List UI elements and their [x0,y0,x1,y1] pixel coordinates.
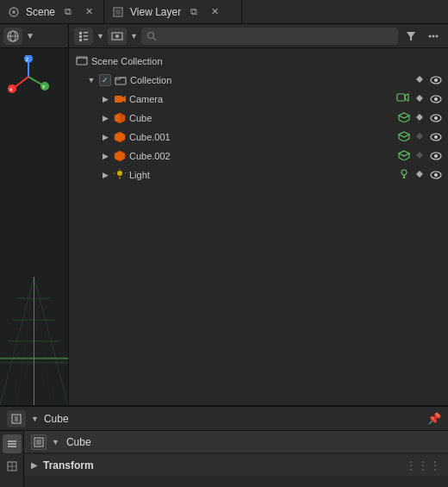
light-label: Light [129,170,392,180]
properties-mode-btn[interactable] [7,410,26,428]
cube001-eye-icon[interactable] [429,130,443,144]
scene-collection-header: Scene Collection [69,52,448,71]
outliner-mode-arrow[interactable]: ▼ [96,32,104,41]
scene-close-btn[interactable]: ✕ [81,4,96,20]
scene-section: Scene ⧉ ✕ [0,0,104,23]
cube-eye-icon[interactable] [429,111,443,125]
cube002-extra-icon [398,150,410,162]
cube002-label: Cube.002 [129,151,392,161]
cube002-eye-icon[interactable] [429,149,443,163]
svg-text:Z: Z [26,57,28,62]
collection-right-icons [413,73,443,87]
light-item[interactable]: ▶ Light [69,165,448,184]
cube002-expand[interactable]: ▶ [100,152,110,160]
pin-icon[interactable]: 📌 [427,412,441,425]
collection-expand[interactable]: ▼ [86,76,96,84]
properties-sidebar [0,431,24,487]
viewport-dropdown-arrow[interactable]: ▼ [26,31,34,41]
cube001-expand[interactable]: ▶ [100,133,110,141]
transform-expand-arrow[interactable]: ▶ [31,460,38,470]
svg-point-80 [434,154,438,158]
svg-point-88 [434,173,438,177]
props-mesh-btn[interactable] [3,457,22,476]
collection-checkbox[interactable]: ✓ [99,74,111,86]
collection-icon [114,73,128,87]
svg-rect-31 [84,39,88,41]
camera-icon [113,92,127,106]
svg-marker-36 [407,32,415,41]
svg-line-10 [14,77,28,88]
cube-expand[interactable]: ▶ [100,114,110,122]
properties-mode-arrow[interactable]: ▼ [31,415,39,423]
light-eye-icon[interactable] [429,168,443,182]
outliner-mode-btn[interactable] [74,28,93,45]
props-object-btn[interactable] [3,434,22,453]
top-header: Scene ⧉ ✕ View Layer ⧉ ✕ [0,0,448,24]
light-expand[interactable]: ▶ [100,171,110,179]
prop-object-header: ▼ Cube [24,431,448,453]
outliner-display-arrow[interactable]: ▼ [130,32,138,41]
svg-line-68 [404,139,409,141]
svg-marker-86 [416,171,423,178]
svg-point-81 [117,171,122,176]
cube001-restrict-icon[interactable] [413,130,426,144]
view-layer-close-btn[interactable]: ✕ [207,4,222,20]
svg-marker-55 [399,113,409,118]
cube-restrict-icon[interactable] [413,111,426,125]
outliner-tree: Scene Collection ▼ ✓ Collection [69,48,448,405]
collection-eye-icon[interactable] [429,73,443,87]
cube-label: Cube [129,113,392,123]
cube002-item[interactable]: ▶ Cube.002 [69,147,448,165]
svg-point-62 [434,116,438,120]
camera-label: Camera [129,94,390,104]
collection-restrict-icon[interactable] [413,73,426,87]
filter-btn[interactable] [401,28,420,45]
light-restrict-icon[interactable] [413,168,426,182]
viewport-mode-btn[interactable] [3,28,22,45]
cube001-item[interactable]: ▶ Cube.001 [69,128,448,147]
camera-restrict-icon[interactable] [413,92,426,106]
prop-object-icon [31,434,47,450]
transform-label: Transform [43,459,94,471]
viewport-canvas[interactable]: Z X Y [0,48,68,405]
collection-item[interactable]: ▼ ✓ Collection [69,71,448,90]
cube-right-icons [413,111,443,125]
svg-marker-48 [405,94,408,101]
light-icon [113,168,127,182]
scene-copy-btn[interactable]: ⧉ [60,4,76,20]
properties-content: ▼ Cube ▶ Transform ⋮⋮⋮ [0,431,448,487]
svg-line-58 [399,120,404,122]
cube002-restrict-icon[interactable] [413,149,426,163]
svg-marker-72 [115,151,125,161]
scene-label: Scene [26,6,55,18]
camera-item[interactable]: ▶ Camera [69,90,448,109]
search-box[interactable] [141,28,398,45]
outliner-display-btn[interactable] [108,28,127,45]
transform-options-dots[interactable]: ⋮⋮⋮ [405,459,441,472]
svg-point-44 [434,78,438,82]
scene-collection-label: Scene Collection [91,56,163,66]
view-layer-copy-btn[interactable]: ⧉ [186,4,202,20]
viewport-toolbar: ▼ [0,24,68,48]
svg-marker-64 [399,132,409,137]
view-layer-label: View Layer [130,6,181,18]
scene-icon [7,5,21,19]
svg-point-38 [432,34,435,37]
camera-eye-icon[interactable] [429,92,443,106]
options-btn[interactable] [424,28,443,45]
camera-expand[interactable]: ▶ [100,95,110,103]
svg-rect-45 [115,96,122,103]
transform-section[interactable]: ▶ Transform ⋮⋮⋮ [24,453,448,476]
properties-header-title: Cube [44,413,69,425]
prop-object-mode-arrow[interactable]: ▼ [52,438,59,446]
svg-line-59 [404,120,409,122]
light-right-icons [413,168,443,182]
cube002-right-icons [413,149,443,163]
svg-marker-69 [416,133,423,140]
grid-lines [0,191,68,405]
svg-point-85 [401,170,407,175]
cube-item[interactable]: ▶ Cube [69,109,448,128]
cube-extra-icon [398,112,410,124]
svg-rect-30 [79,39,82,41]
svg-rect-27 [84,32,88,34]
